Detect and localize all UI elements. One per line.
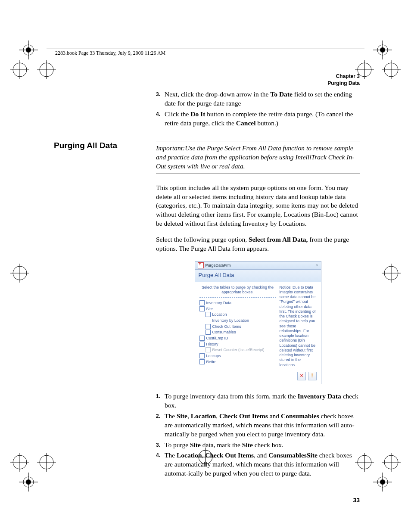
header-rule <box>47 49 364 49</box>
dialog-header: Purge All Data <box>195 270 321 282</box>
step-item: 4.The Location, Check Out Items, and Con… <box>156 451 360 478</box>
steps-list-top: 3.Next, click the drop-down arrow in the… <box>156 90 360 128</box>
steps-list-bottom: 1.To purge inventory data from this form… <box>156 392 360 478</box>
do-it-button[interactable]: ! <box>308 372 317 380</box>
dialog-instruction: Select the tables to purge by checking t… <box>199 285 276 298</box>
registration-mark <box>373 473 392 492</box>
checkbox-label: History <box>206 342 218 347</box>
chapter-number: Chapter 3 <box>54 73 360 80</box>
checkbox[interactable] <box>206 330 211 335</box>
checkbox-row[interactable]: Reset Counter (Issue/Receipt) <box>199 347 276 352</box>
checkbox[interactable] <box>199 336 205 341</box>
dialog-title: PurgeDataFrm <box>206 263 231 268</box>
purge-data-dialog: PurgeDataFrm × Purge All Data Select the… <box>195 261 321 384</box>
checkbox-label: Cust/Emp ID <box>206 336 228 341</box>
crosshair-mark <box>10 453 29 472</box>
checkbox-label: Inventory Data <box>206 300 232 305</box>
checkbox-row[interactable]: Retire <box>199 359 276 364</box>
crosshair-mark <box>382 453 401 472</box>
registration-mark <box>19 40 38 59</box>
checkbox-row[interactable]: Location <box>199 312 276 317</box>
checkbox-row[interactable]: Inventory by Location <box>199 318 276 323</box>
section-heading: Purging All Data <box>54 141 156 174</box>
crosshair-mark <box>10 60 29 79</box>
dialog-titlebar: PurgeDataFrm × <box>195 261 321 270</box>
registration-mark <box>19 473 38 492</box>
checkbox-label: Consumables <box>212 330 236 335</box>
checkbox[interactable] <box>199 359 205 364</box>
checkbox-label: Site <box>206 306 213 311</box>
checkbox-label: Check Out Items <box>212 324 241 329</box>
checkbox[interactable] <box>199 300 205 305</box>
checkbox[interactable] <box>199 342 205 347</box>
crosshair-mark <box>37 60 56 79</box>
page-number: 33 <box>353 497 360 504</box>
crosshair-mark <box>382 60 401 79</box>
checkbox-label: Retire <box>206 359 217 364</box>
checkbox[interactable] <box>206 324 211 329</box>
checkbox-row[interactable]: Check Out Items <box>199 324 276 329</box>
close-icon[interactable]: × <box>316 263 318 268</box>
checkbox[interactable] <box>206 312 211 317</box>
registration-mark <box>373 40 392 59</box>
important-note: Important:Use the Purge Select From All … <box>156 144 360 171</box>
checkbox[interactable] <box>206 347 211 352</box>
checkbox-row[interactable]: Site <box>199 306 276 311</box>
checkbox-row[interactable]: Cust/Emp ID <box>199 336 276 341</box>
checkbox-row[interactable]: Consumables <box>199 330 276 335</box>
checkbox[interactable] <box>199 306 205 311</box>
paragraph: Select the following purge option, Selec… <box>156 235 360 253</box>
step-item: 4.Click the Do It button to complete the… <box>156 110 360 128</box>
rule <box>156 141 360 141</box>
rule <box>156 174 360 174</box>
checkbox-row[interactable]: Inventory Data <box>199 300 276 305</box>
step-item: 3.To purge Site data, mark the Site chec… <box>156 441 360 450</box>
dialog-notice: Notice: Due to Data integrity constraint… <box>280 285 317 367</box>
paragraph: This option includes all the system purg… <box>156 184 360 229</box>
step-item: 1.To purge inventory data from this form… <box>156 392 360 410</box>
checkbox-label: Inventory by Location <box>212 318 249 323</box>
checkbox-label: Location <box>212 312 227 317</box>
crosshair-mark <box>37 453 56 472</box>
chapter-title: Purging Data <box>54 80 360 87</box>
step-item: 2.The Site, Location, Check Out Items an… <box>156 412 360 439</box>
checkbox-label: Reset Counter (Issue/Receipt) <box>212 347 265 352</box>
checkbox-row[interactable]: History <box>199 342 276 347</box>
app-icon <box>198 262 204 268</box>
checkbox-row[interactable]: Lookups <box>199 353 276 358</box>
checkbox-label: Lookups <box>206 353 221 358</box>
cancel-button[interactable]: × <box>297 372 306 380</box>
step-item: 3.Next, click the drop-down arrow in the… <box>156 90 360 108</box>
checkbox[interactable] <box>199 353 205 358</box>
crosshair-mark <box>10 264 29 283</box>
crosshair-mark <box>382 264 401 283</box>
spread-header: 2283.book Page 33 Thursday, July 9, 2009… <box>55 50 165 56</box>
